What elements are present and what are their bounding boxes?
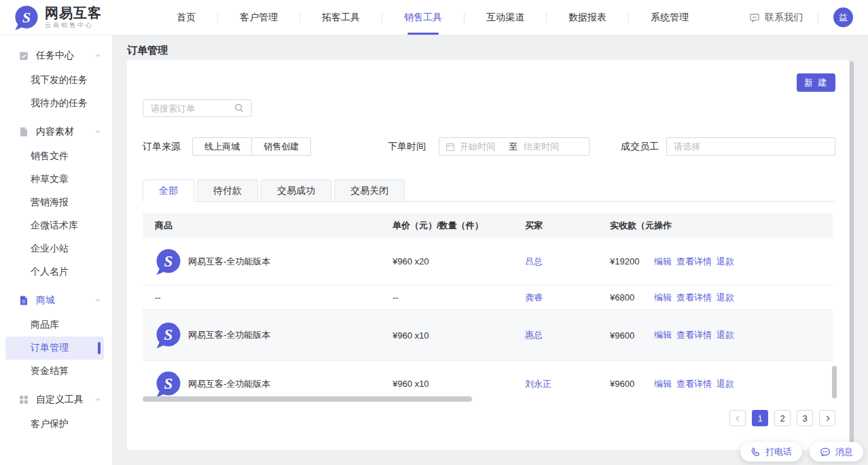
svg-text:S: S: [164, 375, 173, 392]
sidebar-item-客户保护[interactable]: 客户保护: [0, 413, 112, 436]
action-编辑[interactable]: 编辑: [654, 256, 672, 268]
buyer-cell: 吕总: [513, 256, 610, 268]
sidebar-item-订单管理[interactable]: 订单管理: [5, 337, 104, 360]
pagination: 123: [729, 410, 835, 426]
contact-us-button[interactable]: 联系我们: [749, 12, 803, 24]
action-查看详情[interactable]: 查看详情: [676, 292, 712, 304]
buyer-link[interactable]: 刘永正: [525, 379, 551, 389]
message-icon: [820, 447, 831, 458]
buyer-link[interactable]: 吕总: [525, 256, 543, 266]
nav-item-7[interactable]: 系统管理: [629, 0, 710, 35]
chevron-up-icon: [94, 128, 101, 135]
sidebar-item-我下发的任务[interactable]: 我下发的任务: [0, 69, 112, 92]
vertical-scrollbar-thumb[interactable]: [832, 366, 837, 398]
nav-item-4[interactable]: 销售工具: [382, 0, 464, 35]
top-nav: 首页客户管理拓客工具销售工具互动渠道数据报表系统管理: [155, 0, 710, 35]
brand[interactable]: S 网易互客 云商销售中心: [0, 5, 129, 31]
action-退款[interactable]: 退款: [717, 256, 734, 268]
pagination-page-2[interactable]: 2: [774, 410, 791, 426]
action-查看详情[interactable]: 查看详情: [676, 329, 712, 341]
nav-item-2[interactable]: 客户管理: [218, 0, 300, 35]
shop-icon: [18, 295, 29, 306]
order-source-label: 订单来源: [143, 141, 181, 153]
sidebar-item-营销海报[interactable]: 营销海报: [0, 191, 112, 214]
header-divider: [818, 12, 818, 23]
end-date-placeholder: 结束时间: [524, 141, 559, 153]
phone-icon: [751, 447, 761, 457]
task-icon: [18, 50, 29, 61]
document-icon: [18, 126, 29, 137]
table-row: S网易互客-全功能版本¥960 x20吕总¥19200编辑查看详情退款: [143, 238, 833, 286]
sidebar-section-任务中心[interactable]: 任务中心: [0, 42, 112, 69]
action-退款[interactable]: 退款: [717, 329, 734, 341]
tab-交易关闭[interactable]: 交易关闭: [334, 179, 405, 202]
sidebar-section-内容素材[interactable]: 内容素材: [0, 118, 112, 145]
sidebar-item-销售文件[interactable]: 销售文件: [0, 145, 112, 168]
message-button[interactable]: 消息: [810, 442, 863, 462]
buyer-link[interactable]: 龚睿: [525, 292, 543, 303]
filter-row: 订单来源 线上商城销售创建 下单时间 开始时间 至 结束时间 成交员工 请选择: [143, 137, 835, 156]
chevron-up-icon: [94, 52, 101, 59]
product-cell: S网易互客-全功能版本: [143, 322, 380, 349]
horizontal-scrollbar[interactable]: [143, 396, 472, 402]
tab-交易成功[interactable]: 交易成功: [261, 179, 331, 202]
pagination-page-1[interactable]: 1: [752, 410, 768, 426]
sidebar-item-种草文章[interactable]: 种草文章: [0, 168, 112, 191]
buyer-link[interactable]: 惠总: [525, 330, 543, 340]
sidebar-item-企业小站[interactable]: 企业小站: [0, 237, 112, 260]
action-编辑[interactable]: 编辑: [654, 378, 672, 390]
table-header-row: 商品单价（元）/数量（件）买家实收款（元）操作: [143, 213, 833, 238]
column-header-2: 单价（元）/数量（件）: [380, 220, 513, 232]
source-option-线上商城[interactable]: 线上商城: [192, 137, 252, 156]
pagination-next-button[interactable]: [819, 410, 835, 426]
message-button-label: 消息: [835, 446, 853, 458]
sidebar-section-自定义工具[interactable]: 自定义工具: [0, 386, 112, 413]
sidebar-item-我待办的任务[interactable]: 我待办的任务: [0, 92, 112, 115]
sidebar-section: 内容素材销售文件种草文章营销海报企微话术库企业小站个人名片: [0, 118, 112, 283]
price-quantity-cell: ¥960 x10: [380, 330, 513, 341]
buyer-cell: 龚睿: [513, 292, 610, 304]
order-card: 新 建 订单来源 线上商城销售创建 下单时间 开始时间 至 结束时间 成交员工 …: [127, 60, 849, 450]
action-退款[interactable]: 退款: [717, 378, 734, 390]
actions-cell: 编辑查看详情退款: [654, 256, 833, 268]
floating-buttons: 打电话 消息: [740, 442, 863, 462]
action-查看详情[interactable]: 查看详情: [676, 378, 712, 390]
date-range-picker[interactable]: 开始时间 至 结束时间: [439, 137, 590, 156]
search-icon[interactable]: [234, 103, 244, 113]
sidebar-item-商品库[interactable]: 商品库: [0, 313, 112, 337]
new-order-button[interactable]: 新 建: [797, 73, 835, 92]
order-search-input[interactable]: [151, 103, 234, 114]
table-row: S网易互客-全功能版本¥960 x10惠总¥9600编辑查看详情退款: [143, 310, 833, 361]
sidebar-item-企微话术库[interactable]: 企微话术库: [0, 214, 112, 237]
action-编辑[interactable]: 编辑: [654, 292, 672, 304]
avatar[interactable]: 益: [833, 7, 853, 27]
order-source-toggle: 线上商城销售创建: [192, 137, 311, 156]
table-row: S网易互客-全功能版本¥960 x10刘永正¥9600编辑查看详情退款: [143, 361, 833, 398]
brand-name: 网易互客: [45, 5, 102, 20]
pagination-page-3[interactable]: 3: [797, 410, 813, 426]
nav-item-3[interactable]: 拓客工具: [300, 0, 382, 35]
tab-待付款[interactable]: 待付款: [197, 179, 258, 202]
chevron-up-icon: [94, 396, 101, 403]
nav-item-6[interactable]: 数据报表: [547, 0, 628, 35]
tab-全部[interactable]: 全部: [143, 179, 194, 202]
nav-item-5[interactable]: 互动渠道: [465, 0, 546, 35]
action-编辑[interactable]: 编辑: [654, 329, 672, 341]
page-scrollbar[interactable]: [850, 61, 854, 446]
date-separator: 至: [509, 141, 518, 153]
sidebar-section-商城[interactable]: 商城: [0, 287, 112, 313]
pagination-prev-button[interactable]: [729, 410, 746, 426]
source-option-销售创建[interactable]: 销售创建: [252, 137, 311, 156]
product-name: 网易互客-全功能版本: [188, 378, 270, 390]
top-right: 联系我们 益: [749, 7, 868, 27]
action-查看详情[interactable]: 查看详情: [676, 256, 712, 268]
product-cell: --: [143, 292, 380, 303]
sidebar-item-资金结算[interactable]: 资金结算: [0, 360, 112, 383]
contact-us-label: 联系我们: [765, 12, 803, 24]
sidebar-item-个人名片[interactable]: 个人名片: [0, 260, 112, 283]
nav-item-1[interactable]: 首页: [155, 0, 217, 35]
call-button[interactable]: 打电话: [740, 442, 802, 462]
action-退款[interactable]: 退款: [717, 292, 734, 304]
column-header-5: 操作: [654, 220, 833, 232]
staff-select[interactable]: 请选择: [666, 137, 835, 156]
